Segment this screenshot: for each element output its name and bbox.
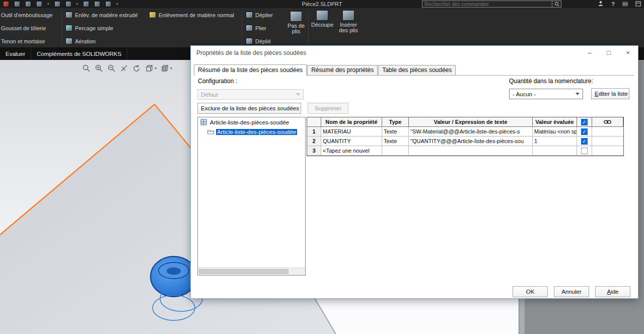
header-type: Type	[382, 117, 409, 127]
display-style-icon[interactable]: ▾	[161, 64, 172, 73]
horizontal-scrollbar[interactable]	[198, 268, 305, 275]
evaluated-value-cell[interactable]: Matériau <non spécifi	[533, 127, 577, 137]
tree-item-cutlist[interactable]: Article-liste-des-pièces-soudée	[198, 117, 305, 127]
checkbox-icon[interactable]: ✓	[581, 148, 588, 154]
ribbon-normal-cut-button[interactable]: Enlèvement de matière normal	[149, 11, 234, 19]
ribbon-gusset-button[interactable]: Gousset de tôlerie	[1, 24, 46, 32]
chevron-down-icon	[576, 93, 580, 95]
checkbox-checked-icon[interactable]: ✓	[581, 119, 588, 125]
property-type-cell[interactable]	[382, 146, 409, 156]
ribbon-tab-slot-button[interactable]: Tenon et mortaise	[1, 37, 45, 45]
tab-properties-summary[interactable]: Résumé des propriétés	[307, 65, 378, 75]
horizontal-scrollbar-thumb[interactable]	[199, 269, 289, 274]
menu-icon[interactable]	[622, 2, 628, 7]
search-input[interactable]	[422, 1, 552, 7]
property-value-cell[interactable]	[409, 146, 533, 156]
ribbon-extruded-cut-button[interactable]: Enlèv. de matière extrudé	[65, 11, 138, 19]
display-style-caret-icon[interactable]: ▾	[170, 66, 172, 71]
quick-access-toolbar: ▾ ▾ ▾	[3, 1, 118, 7]
zoom-area-icon[interactable]	[95, 64, 103, 73]
ribbon-forming-tool-button[interactable]: Outil d'emboutissage	[1, 11, 52, 19]
ok-button[interactable]: OK	[513, 286, 548, 297]
dialog-window-controls: – □ ×	[580, 46, 637, 59]
row-number[interactable]: 3	[307, 146, 321, 156]
property-name-cell[interactable]: QUANTITY	[321, 137, 382, 146]
evaluated-value-cell[interactable]: 1	[533, 137, 577, 146]
property-value-cell[interactable]: "SW-Material@@@Article-liste-des-pièces-…	[409, 127, 533, 137]
header-link-column	[592, 117, 623, 127]
ribbon-break-corner-button[interactable]: Découpe	[311, 10, 334, 28]
help-icon[interactable]: ?	[611, 1, 615, 7]
configuration-dropdown[interactable]: Défaut	[197, 89, 304, 100]
view-orientation-caret-icon[interactable]: ▾	[155, 66, 157, 71]
zoom-fit-icon[interactable]	[82, 64, 91, 73]
window-layout-icon[interactable]	[635, 0, 641, 9]
row-number[interactable]: 2	[307, 137, 321, 146]
tab-evaluer[interactable]: Evaluer	[0, 48, 31, 60]
ribbon-flatten-button[interactable]: Déplié	[246, 37, 271, 45]
property-value-cell[interactable]: "QUANTITY@@@Article-liste-des-pièces-sou	[409, 137, 533, 146]
fold-icon	[246, 25, 253, 31]
save-caret-icon[interactable]: ▾	[47, 1, 49, 7]
row-checkbox-cell[interactable]: ✓	[577, 137, 592, 146]
minimize-icon[interactable]: –	[580, 46, 599, 59]
cancel-button[interactable]: Annuler	[554, 286, 589, 297]
row-number[interactable]: 1	[307, 127, 321, 137]
print-icon[interactable]	[54, 1, 60, 7]
user-account-icon[interactable]	[598, 0, 604, 9]
link-cell[interactable]	[592, 137, 623, 146]
exclude-from-cutlist-button[interactable]: Exclure de la liste des pièces soudées	[197, 103, 301, 114]
property-type-cell[interactable]: Texte	[382, 137, 409, 146]
delete-button[interactable]: Supprimer	[308, 103, 348, 114]
tab-cutlist-table[interactable]: Table des pièces soudées	[378, 65, 456, 75]
vent-icon	[65, 38, 73, 44]
help-button[interactable]: Aide	[595, 286, 630, 297]
tab-cutlist-summary[interactable]: Résumé de la liste des pièces soudées	[194, 64, 307, 76]
row-checkbox-cell[interactable]: ✓	[577, 127, 592, 137]
break-corner-icon	[316, 10, 328, 21]
header-property-name: Nom de la propriété	[321, 117, 382, 127]
open-file-icon[interactable]	[25, 1, 31, 7]
evaluated-value-cell[interactable]	[533, 146, 577, 156]
ribbon-no-bends-button[interactable]: Pas de plis	[285, 11, 307, 34]
tab-complements-solidworks[interactable]: Compléments de SOLIDWORKS	[31, 48, 127, 60]
weldment-cutlist-properties-dialog: Propriétés de la liste des pièces soudée…	[190, 45, 638, 299]
section-view-icon[interactable]	[120, 64, 128, 73]
header-checkbox[interactable]: ✓	[577, 117, 592, 127]
options-caret-icon[interactable]: ▾	[116, 1, 118, 7]
ribbon-vent-button[interactable]: Aération	[65, 37, 96, 45]
link-cell[interactable]	[592, 146, 623, 156]
ribbon-separator	[61, 11, 62, 45]
maximize-icon[interactable]: □	[599, 46, 618, 59]
app-logo-icon[interactable]	[3, 1, 9, 7]
undo-caret-icon[interactable]: ▾	[77, 1, 79, 7]
link-cell[interactable]	[592, 127, 623, 137]
ribbon-unfold-button[interactable]: Déplier	[246, 11, 273, 19]
close-icon[interactable]: ×	[618, 46, 637, 59]
rebuild-icon[interactable]	[94, 1, 100, 7]
property-type-cell[interactable]: Texte	[382, 127, 409, 137]
table-header-row: Nom de la propriété Type Valeur / Expres…	[307, 117, 623, 127]
zoom-in-out-icon[interactable]	[107, 64, 116, 73]
options-icon[interactable]	[105, 1, 111, 7]
redo-icon[interactable]	[83, 1, 89, 7]
configuration-label: Configuration :	[198, 78, 237, 85]
previous-view-icon[interactable]	[132, 64, 141, 73]
view-orientation-icon[interactable]: ▾	[145, 64, 157, 73]
tree-item-cutlist-folder[interactable]: Article-liste-des-pièces-soudée	[198, 127, 305, 137]
bom-quantity-dropdown[interactable]: - Aucun -	[509, 89, 583, 99]
undo-icon[interactable]	[65, 1, 71, 7]
checkbox-icon[interactable]: ✓	[581, 128, 588, 135]
property-name-cell[interactable]: MATERIAU	[321, 127, 382, 137]
new-file-icon[interactable]	[14, 1, 20, 7]
ribbon-fold-button[interactable]: Plier	[246, 24, 266, 32]
checkbox-icon[interactable]: ✓	[581, 138, 588, 145]
property-name-cell[interactable]: <Tapez une nouvel	[321, 146, 382, 156]
command-search[interactable]	[422, 1, 561, 8]
ribbon-insert-bends-button[interactable]: Insérer des plis	[335, 10, 362, 33]
ribbon-simple-hole-button[interactable]: Percage simple	[65, 24, 113, 32]
row-checkbox-cell[interactable]: ✓	[577, 146, 592, 156]
search-icon[interactable]	[552, 1, 561, 7]
save-icon[interactable]	[36, 1, 42, 7]
edit-list-button[interactable]: Editer la liste	[591, 88, 629, 99]
